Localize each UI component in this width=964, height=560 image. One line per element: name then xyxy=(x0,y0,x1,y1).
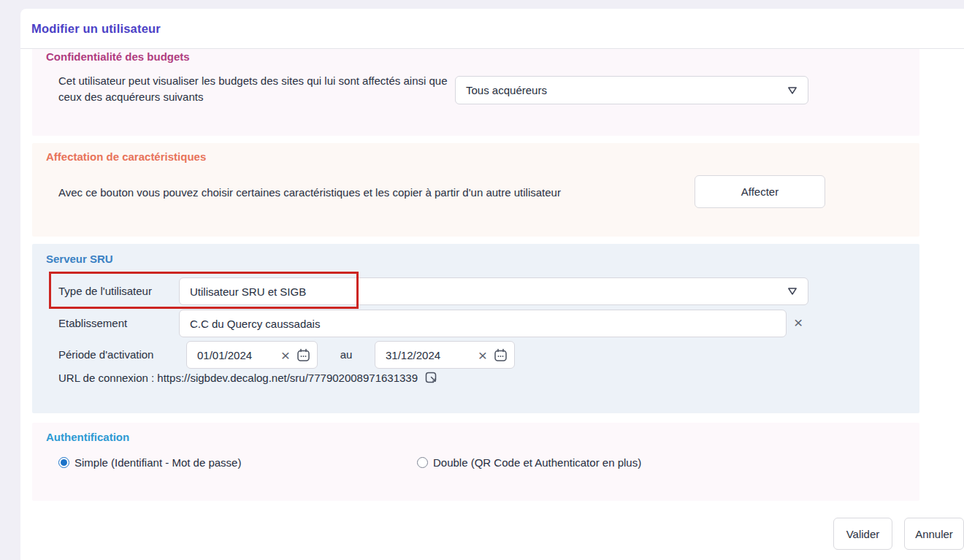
acquirers-dropdown-value: Tous acquéreurs xyxy=(466,84,787,96)
calendar-icon[interactable] xyxy=(494,348,508,362)
radio-double-label: Double (QR Code et Authenticator en plus… xyxy=(433,456,641,469)
radio-double-unselected[interactable] xyxy=(417,457,428,468)
assign-button[interactable]: Affecter xyxy=(695,175,825,208)
activation-period-label: Période d'activation xyxy=(58,348,153,361)
user-type-dropdown-value: Utilisateur SRU et SIGB xyxy=(190,285,787,298)
radio-simple-label: Simple (Identifiant - Mot de passe) xyxy=(74,456,241,469)
date-to-field[interactable]: × xyxy=(375,341,515,369)
establishment-clear-icon[interactable]: × xyxy=(794,315,803,330)
section-budgets-title: Confidentialité des budgets xyxy=(46,50,190,63)
section-authentication-title: Authentification xyxy=(46,431,129,443)
user-type-dropdown[interactable]: Utilisateur SRU et SIGB xyxy=(179,277,808,305)
date-from-field[interactable]: × xyxy=(186,341,318,369)
section-characteristics-title: Affectation de caractéristiques xyxy=(46,150,206,163)
chevron-down-icon xyxy=(787,287,797,296)
section-characteristics-assignment: Affectation de caractéristiques Avec ce … xyxy=(32,143,919,237)
section-budgets-confidentiality: Confidentialité des budgets Cet utilisat… xyxy=(32,49,919,136)
authentication-options: Simple (Identifiant - Mot de passe) Doub… xyxy=(32,456,919,471)
establishment-label: Etablissement xyxy=(58,317,127,329)
connection-url-row: URL de connexion : https://sigbdev.decal… xyxy=(58,370,438,386)
date-from-input[interactable] xyxy=(197,349,275,361)
budgets-description: Cet utilisateur peut visualiser les budg… xyxy=(58,73,467,105)
copy-url-icon[interactable] xyxy=(424,370,438,386)
modal-content: Confidentialité des budgets Cet utilisat… xyxy=(32,49,964,560)
date-from-clear-icon[interactable]: × xyxy=(281,348,290,363)
establishment-input[interactable] xyxy=(190,318,776,330)
section-sru-title: Serveur SRU xyxy=(46,253,113,265)
date-to-clear-icon[interactable]: × xyxy=(478,348,487,363)
acquirers-dropdown[interactable]: Tous acquéreurs xyxy=(455,76,808,104)
user-type-label: Type de l'utilisateur xyxy=(58,285,152,297)
radio-simple-selected[interactable] xyxy=(58,457,69,468)
page-title: Modifier un utilisateur xyxy=(31,22,161,36)
radio-option-double[interactable]: Double (QR Code et Authenticator en plus… xyxy=(417,456,641,469)
section-authentication: Authentification Simple (Identifiant - M… xyxy=(32,423,919,501)
characteristics-description: Avec ce bouton vous pouvez choisir certa… xyxy=(58,185,657,201)
section-sru-server: Serveur SRU Type de l'utilisateur Utilis… xyxy=(32,244,919,413)
radio-option-simple[interactable]: Simple (Identifiant - Mot de passe) xyxy=(58,456,241,469)
chevron-down-icon xyxy=(787,86,797,95)
period-to-label: au xyxy=(318,348,375,361)
establishment-field[interactable] xyxy=(179,310,787,337)
calendar-icon[interactable] xyxy=(297,348,310,362)
submit-button[interactable]: Valider xyxy=(833,518,892,550)
cancel-button[interactable]: Annuler xyxy=(904,518,964,550)
date-to-input[interactable] xyxy=(386,349,473,361)
edit-user-modal: Modifier un utilisateur Confidentialité … xyxy=(20,9,964,560)
connection-url-text: URL de connexion : https://sigbdev.decal… xyxy=(58,372,418,384)
